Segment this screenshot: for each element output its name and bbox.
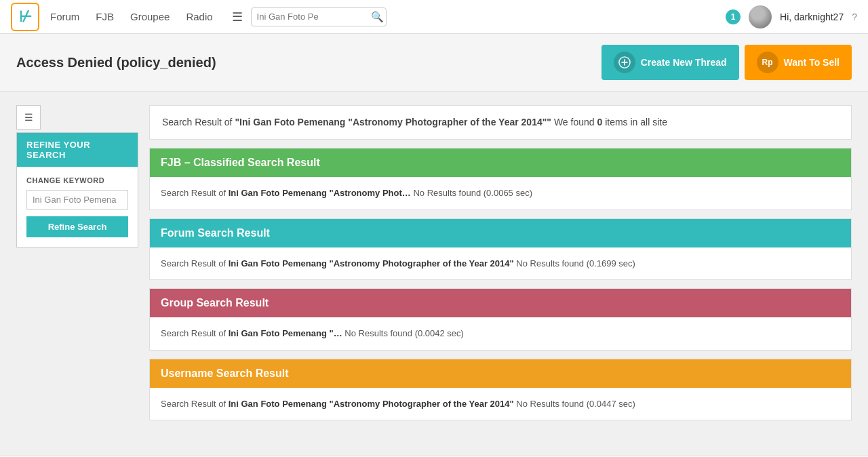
nav-right: 1 Hi, darknight27 ? [726,5,857,28]
navbar: ⊬ Forum FJB Groupee Radio ☰ 🔍 1 Hi, dark… [0,0,868,34]
forum-result-section: Forum Search Result Search Result of Ini… [149,218,852,281]
user-label: Hi, darknight27 [780,12,844,22]
group-body-prefix: Search Result of [161,328,229,338]
notification-badge[interactable]: 1 [726,9,741,24]
page-toolbar: Access Denied (policy_denied) Create New… [0,34,868,92]
summary-prefix: Search Result of [162,117,235,127]
fjb-body-prefix: Search Result of [161,188,229,198]
fjb-body-keyword: Ini Gan Foto Pemenang "Astronomy Phot… [229,188,411,198]
group-body-keyword: Ini Gan Foto Pemenang "… [229,328,342,338]
forum-body-suffix: No Results found (0.1699 sec) [516,258,635,269]
refine-body: CHANGE KEYWORD Refine Search [17,167,138,247]
forum-body-prefix: Search Result of [161,258,229,269]
username-section-header: Username Search Result [150,359,851,388]
create-thread-icon [614,52,635,73]
summary-suffix: items in all site [605,117,667,127]
hamburger-icon[interactable]: ☰ [232,9,243,24]
toolbar-buttons: Create New Thread Rp Want To Sell [601,45,852,80]
results-area: Search Result of "Ini Gan Foto Pemenang … [149,105,852,429]
logo[interactable]: ⊬ [11,3,39,31]
sidebar: ☰ REFINE YOUR SEARCH CHANGE KEYWORD Refi… [16,105,138,429]
fjb-body-suffix: No Results found (0.0065 sec) [413,188,532,198]
username-section-body: Search Result of Ini Gan Foto Pemenang "… [150,388,851,420]
create-thread-label: Create New Thread [641,57,727,68]
nav-radio[interactable]: Radio [186,11,212,22]
sidebar-toggle[interactable]: ☰ [16,105,41,130]
refine-panel: REFINE YOUR SEARCH CHANGE KEYWORD Refine… [16,132,138,247]
avatar[interactable] [749,5,772,28]
username-result-section: Username Search Result Search Result of … [149,359,852,421]
group-body-suffix: No Results found (0.0042 sec) [344,328,464,338]
nav-links: Forum FJB Groupee Radio ☰ [50,9,243,24]
help-icon[interactable]: ? [852,12,857,22]
forum-section-header: Forum Search Result [150,219,851,247]
forum-section-body: Search Result of Ini Gan Foto Pemenang "… [150,247,851,280]
search-bar[interactable]: 🔍 [251,7,387,26]
want-to-sell-button[interactable]: Rp Want To Sell [745,45,852,80]
logo-icon: ⊬ [19,8,32,26]
group-section-body: Search Result of Ini Gan Foto Pemenang "… [150,317,851,350]
fjb-result-section: FJB – Classified Search Result Search Re… [149,148,852,210]
nav-groupee[interactable]: Groupee [130,11,170,22]
nav-fjb[interactable]: FJB [96,11,114,22]
refine-header: REFINE YOUR SEARCH [17,133,138,167]
group-result-section: Group Search Result Search Result of Ini… [149,288,852,351]
summary-query: "Ini Gan Foto Pemenang "Astronomy Photog… [235,117,551,127]
search-input[interactable] [257,12,371,22]
want-sell-label: Want To Sell [784,57,840,68]
results-summary: Search Result of "Ini Gan Foto Pemenang … [149,105,852,140]
toggle-icon: ☰ [24,112,33,123]
main-content: ☰ REFINE YOUR SEARCH CHANGE KEYWORD Refi… [0,92,868,442]
page-title: Access Denied (policy_denied) [16,55,216,71]
username-body-keyword: Ini Gan Foto Pemenang "Astronomy Photogr… [229,399,514,409]
want-sell-icon: Rp [757,52,778,73]
create-thread-button[interactable]: Create New Thread [601,45,739,80]
nav-forum[interactable]: Forum [50,11,79,22]
avatar-image [749,5,772,28]
summary-count: 0 [597,117,602,127]
username-body-prefix: Search Result of [161,399,229,409]
fjb-section-body: Search Result of Ini Gan Foto Pemenang "… [150,177,851,210]
refine-search-button[interactable]: Refine Search [26,216,128,237]
username-body-suffix: No Results found (0.0447 sec) [516,399,635,409]
summary-found: We found [554,117,597,127]
group-section-header: Group Search Result [150,289,851,317]
forum-body-keyword: Ini Gan Foto Pemenang "Astronomy Photogr… [229,258,514,269]
search-icon[interactable]: 🔍 [371,11,384,23]
keyword-input[interactable] [26,190,128,210]
change-keyword-label: CHANGE KEYWORD [26,176,128,184]
fjb-section-header: FJB – Classified Search Result [150,148,851,177]
